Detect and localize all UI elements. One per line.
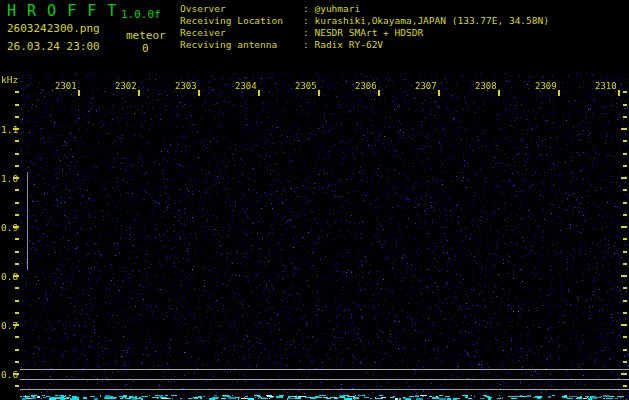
y-minor-tick-right — [623, 300, 627, 302]
y-major-tick-left — [13, 373, 19, 375]
y-minor-tick-right — [623, 361, 627, 363]
version-label: 1.0.0f — [121, 8, 161, 21]
y-minor-tick-right — [623, 214, 627, 216]
info-label: Receiver — [180, 27, 303, 39]
y-minor-tick-left — [15, 251, 19, 253]
info-separator: : — [303, 39, 314, 50]
filename-label: 2603242300.png — [7, 22, 100, 35]
info-separator: : — [303, 27, 314, 38]
y-minor-tick-left — [15, 336, 19, 338]
y-minor-tick-left — [15, 104, 19, 106]
station-info: Ovserver: @yuhmari Receiving Location: k… — [180, 3, 549, 51]
info-label: Ovserver — [180, 3, 303, 15]
spectrogram-noise-canvas — [20, 73, 629, 400]
y-minor-tick-left — [15, 153, 19, 155]
y-major-tick-right — [621, 324, 627, 326]
x-tick-mark — [258, 90, 260, 96]
y-minor-tick-right — [623, 202, 627, 204]
x-tick-mark — [438, 90, 440, 96]
x-tick-mark — [198, 90, 200, 96]
x-tick-label: 2306 — [355, 81, 377, 91]
x-tick-mark — [558, 90, 560, 96]
y-minor-tick-left — [15, 238, 19, 240]
y-minor-tick-left — [15, 189, 19, 191]
meteor-count-label: meteor — [126, 29, 166, 42]
x-tick-mark — [318, 90, 320, 96]
datetime-label: 26.03.24 23:00 — [7, 40, 100, 53]
y-minor-tick-right — [623, 165, 627, 167]
x-tick-label: 2304 — [235, 81, 257, 91]
y-minor-tick-right — [623, 153, 627, 155]
y-minor-tick-left — [15, 349, 19, 351]
info-row-receiver: Receiver: NESDR SMArt + HDSDR — [180, 27, 549, 39]
y-major-tick-right — [621, 275, 627, 277]
y-minor-tick-right — [623, 116, 627, 118]
y-minor-tick-right — [623, 312, 627, 314]
y-major-tick-right — [621, 226, 627, 228]
info-value: Radix RY-62V — [314, 39, 383, 50]
x-tick-label: 2303 — [175, 81, 197, 91]
y-minor-tick-left — [15, 214, 19, 216]
info-value: NESDR SMArt + HDSDR — [314, 27, 423, 38]
info-value: @yuhmari — [314, 3, 360, 14]
info-label: Receiving Location — [180, 15, 303, 27]
y-minor-tick-left — [15, 91, 19, 93]
y-major-tick-left — [13, 275, 19, 277]
y-minor-tick-left — [15, 361, 19, 363]
x-tick-mark — [378, 90, 380, 96]
app-title: H R O F F T — [7, 2, 117, 20]
info-separator: : — [303, 15, 314, 26]
y-minor-tick-left — [15, 385, 19, 387]
y-major-tick-right — [621, 177, 627, 179]
meteor-count-value: 0 — [142, 42, 149, 55]
x-tick-label: 2301 — [55, 81, 77, 91]
y-minor-tick-left — [15, 202, 19, 204]
x-tick-label: 2310 — [595, 81, 617, 91]
y-minor-tick-left — [15, 140, 19, 142]
y-minor-tick-right — [623, 91, 627, 93]
x-tick-label: 2302 — [115, 81, 137, 91]
x-tick-mark — [138, 90, 140, 96]
x-tick-mark — [618, 90, 620, 96]
y-major-tick-left — [13, 324, 19, 326]
info-separator: : — [303, 3, 314, 14]
y-minor-tick-right — [623, 251, 627, 253]
y-minor-tick-right — [623, 287, 627, 289]
y-minor-tick-right — [623, 263, 627, 265]
y-minor-tick-left — [15, 116, 19, 118]
y-minor-tick-right — [623, 349, 627, 351]
y-minor-tick-left — [15, 287, 19, 289]
y-minor-tick-right — [623, 336, 627, 338]
y-minor-tick-right — [623, 140, 627, 142]
info-value: kurashiki,Okayama,JAPAN (133.77E, 34.58N… — [314, 15, 549, 26]
y-minor-tick-left — [15, 263, 19, 265]
y-major-tick-right — [621, 128, 627, 130]
y-minor-tick-right — [623, 104, 627, 106]
x-tick-label: 2308 — [475, 81, 497, 91]
y-major-tick-left — [13, 226, 19, 228]
x-tick-label: 2307 — [415, 81, 437, 91]
info-row-location: Receiving Location: kurashiki,Okayama,JA… — [180, 15, 549, 27]
y-axis-unit-label: kHz — [1, 74, 18, 85]
info-row-observer: Ovserver: @yuhmari — [180, 3, 549, 15]
y-major-tick-right — [621, 373, 627, 375]
y-minor-tick-left — [15, 300, 19, 302]
y-major-tick-left — [13, 177, 19, 179]
y-minor-tick-right — [623, 238, 627, 240]
hrofft-output-image: H R O F F T 1.0.0f 2603242300.png 26.03.… — [0, 0, 629, 400]
x-tick-label: 2305 — [295, 81, 317, 91]
y-minor-tick-left — [15, 312, 19, 314]
y-major-tick-left — [13, 128, 19, 130]
y-minor-tick-right — [623, 189, 627, 191]
y-minor-tick-right — [623, 385, 627, 387]
info-row-antenna: Recviving antenna: Radix RY-62V — [180, 39, 549, 51]
x-tick-mark — [78, 90, 80, 96]
x-tick-mark — [498, 90, 500, 96]
x-tick-label: 2309 — [535, 81, 557, 91]
y-minor-tick-left — [15, 165, 19, 167]
info-label: Recviving antenna — [180, 39, 303, 51]
